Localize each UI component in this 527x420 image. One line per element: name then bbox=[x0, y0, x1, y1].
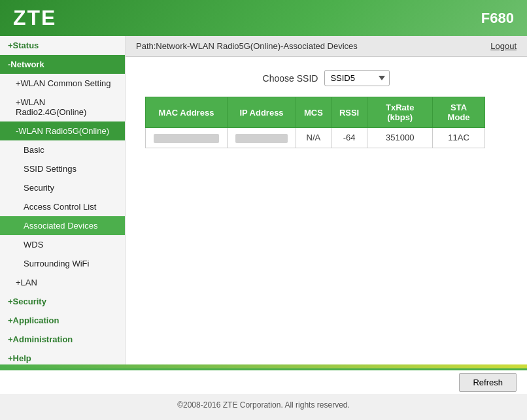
ssid-selector: Choose SSID SSID1 SSID2 SSID3 SSID4 SSID… bbox=[145, 70, 507, 86]
sidebar-item-wlan-radio24[interactable]: +WLAN Radio2.4G(Online) bbox=[0, 93, 125, 121]
mac-value bbox=[154, 134, 219, 143]
col-rssi: RSSI bbox=[331, 97, 367, 128]
ssid-label: Choose SSID bbox=[263, 73, 318, 84]
devices-table: MAC Address IP Address MCS RSSI TxRate (… bbox=[145, 97, 485, 148]
sidebar-item-status[interactable]: +Status bbox=[0, 36, 125, 55]
sidebar-item-associated-devices[interactable]: Associated Devices bbox=[0, 216, 125, 235]
footer: Refresh bbox=[0, 368, 527, 395]
cell-txrate: 351000 bbox=[367, 128, 433, 148]
ip-value bbox=[235, 134, 288, 143]
zte-logo: ZTE bbox=[13, 6, 56, 30]
sidebar-item-wlan-radio5g[interactable]: -WLAN Radio5G(Online) bbox=[0, 121, 125, 140]
breadcrumb: Path:Network-WLAN Radio5G(Online)-Associ… bbox=[136, 41, 358, 51]
header: ZTE F680 bbox=[0, 0, 527, 36]
sidebar-item-security[interactable]: Security bbox=[0, 178, 125, 197]
sidebar-item-surrounding-wifi[interactable]: Surrounding WiFi bbox=[0, 254, 125, 273]
sidebar-item-network[interactable]: -Network bbox=[0, 55, 125, 74]
sidebar-item-security-top[interactable]: +Security bbox=[0, 292, 125, 311]
breadcrumb-bar: Path:Network-WLAN Radio5G(Online)-Associ… bbox=[126, 36, 527, 57]
sidebar-item-ssid-settings[interactable]: SSID Settings bbox=[0, 159, 125, 178]
content-area: Path:Network-WLAN Radio5G(Online)-Associ… bbox=[126, 36, 527, 364]
col-sta-mode: STA Mode bbox=[433, 97, 485, 128]
cell-ip bbox=[228, 128, 296, 148]
sidebar-item-acl[interactable]: Access Control List bbox=[0, 197, 125, 216]
sidebar-item-application[interactable]: +Application bbox=[0, 311, 125, 330]
model-label: F680 bbox=[481, 10, 514, 27]
table-row: N/A -64 351000 11AC bbox=[146, 128, 485, 148]
cell-mcs: N/A bbox=[296, 128, 332, 148]
sidebar-item-administration[interactable]: +Administration bbox=[0, 330, 125, 349]
col-mcs: MCS bbox=[296, 97, 332, 128]
col-mac: MAC Address bbox=[146, 97, 228, 128]
col-txrate: TxRate (kbps) bbox=[367, 97, 433, 128]
main-layout: +Status -Network +WLAN Common Setting +W… bbox=[0, 36, 527, 364]
sidebar-item-wds[interactable]: WDS bbox=[0, 235, 125, 254]
sidebar-item-basic[interactable]: Basic bbox=[0, 140, 125, 159]
sidebar-item-lan[interactable]: +LAN bbox=[0, 273, 125, 292]
sidebar: +Status -Network +WLAN Common Setting +W… bbox=[0, 36, 126, 364]
copyright-bar: ©2008-2016 ZTE Corporation. All rights r… bbox=[0, 395, 527, 414]
sidebar-item-help[interactable]: +Help bbox=[0, 349, 125, 364]
ssid-dropdown[interactable]: SSID1 SSID2 SSID3 SSID4 SSID5 bbox=[324, 70, 390, 86]
copyright-text: ©2008-2016 ZTE Corporation. All rights r… bbox=[177, 400, 350, 410]
refresh-button[interactable]: Refresh bbox=[459, 373, 517, 392]
sidebar-item-wlan-common[interactable]: +WLAN Common Setting bbox=[0, 74, 125, 93]
cell-sta-mode: 11AC bbox=[433, 128, 485, 148]
col-ip: IP Address bbox=[228, 97, 296, 128]
cell-mac bbox=[146, 128, 228, 148]
cell-rssi: -64 bbox=[331, 128, 367, 148]
content-body: Choose SSID SSID1 SSID2 SSID3 SSID4 SSID… bbox=[126, 57, 527, 161]
logout-link[interactable]: Logout bbox=[490, 41, 517, 51]
